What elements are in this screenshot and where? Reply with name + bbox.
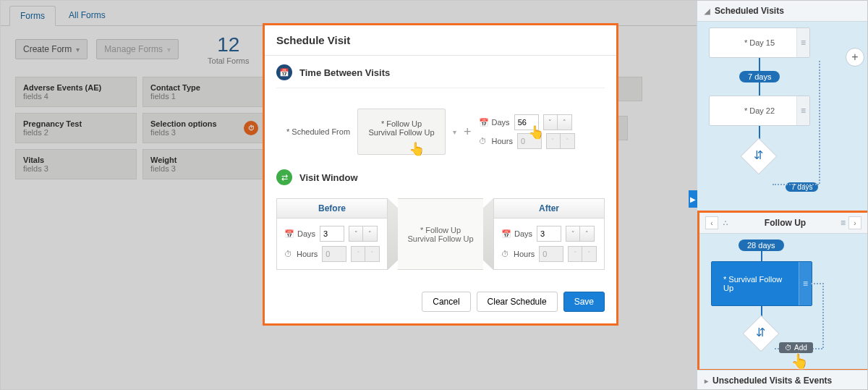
panel-expand-tab[interactable]: ▶ [689,190,697,208]
days-step-down[interactable]: ˅ [543,114,558,130]
visit-card-label: * Day 15 [744,38,775,47]
scheduled-from-line2: Survival Follow Up [365,128,438,137]
menu-icon[interactable]: ≡ [841,218,846,228]
manage-forms-label: Manage Forms [104,44,163,54]
before-hours-input [322,246,346,262]
visit-card-day15[interactable]: * Day 15 ≡ [709,27,810,58]
days-input[interactable] [514,114,539,130]
scheduled-from-select[interactable]: * Follow Up Survival Follow Up 👆 [357,109,446,155]
branch-node[interactable]: ⇵ [741,138,778,175]
dashed-connector [819,61,820,184]
calendar-small-icon: 📅 [479,118,488,127]
scheduled-from-label: * Scheduled From [286,127,350,136]
section-title: Time Between Visits [299,67,390,78]
cursor-hand-icon: 👆 [409,141,425,157]
status-badge-icon: ⏱ [244,121,258,135]
form-card[interactable]: Pregnancy Test fields 2 [15,113,137,143]
form-card[interactable]: Weight fields 3 [142,149,264,179]
follow-up-header: ‹ ⛬ Follow Up ≡ › [699,213,867,234]
manage-forms-button[interactable]: Manage Forms ▾ [96,39,179,59]
form-card[interactable]: Contact Type fields 1 [142,77,264,107]
right-panel: ◢ Scheduled Visits + * Day 15 ≡ 7 days *… [697,1,868,390]
clock-icon: ⏱ [284,250,292,258]
add-visit-button[interactable]: + [846,48,864,67]
form-card-sub: fields 2 [23,128,129,137]
chevron-down-icon: ▾ [76,46,80,54]
after-hours-input [539,246,563,262]
after-days-input[interactable] [537,226,561,242]
visit-card-day22[interactable]: * Day 22 ≡ [709,96,810,126]
form-card-sub: fields 4 [23,92,129,101]
scheduled-visits-title: Scheduled Visits [715,6,784,16]
visit-card-line2: Up [723,284,807,292]
visit-window-before: Before 📅 Days ˅ ˄ ⏱ [276,198,388,270]
clock-icon: ⏱ [785,344,792,352]
hours-step-up: ˄ [561,133,575,149]
scheduled-visits-header[interactable]: ◢ Scheduled Visits [697,1,868,22]
visit-card-label: * Day 22 [744,106,775,115]
form-card-sub: fields 3 [150,128,256,137]
after-hours-up: ˄ [582,246,597,262]
modal-footer: Cancel Clear Schedule Save [265,281,616,323]
visit-window-mid: * Follow Up Survival Follow Up [398,198,482,270]
form-card-title: Contact Type [150,83,256,92]
schedule-visit-modal: Schedule Visit 📅 Time Between Visits * S… [263,23,618,326]
next-button[interactable]: › [848,216,861,229]
before-header: Before [277,199,387,219]
cancel-button[interactable]: Cancel [422,292,470,312]
save-button[interactable]: Save [563,292,605,312]
chevron-down-icon[interactable]: ▾ [453,128,456,136]
add-label: Add [794,344,807,352]
tabs-bar: Forms All Forms [1,1,697,26]
form-card[interactable]: Adverse Events (AE) fields 4 [15,77,137,107]
days-step-up[interactable]: ˄ [558,114,572,130]
after-days-up[interactable]: ˄ [580,226,595,242]
after-days-down[interactable]: ˅ [566,226,580,242]
connector-line [761,251,762,261]
connector-line [759,82,760,96]
scheduled-from-line1: * Follow Up [365,119,438,128]
clock-icon: ⏱ [501,250,509,258]
visit-window-row: Before 📅 Days ˅ ˄ ⏱ [276,198,605,270]
add-badge[interactable]: ⏱Add [779,342,813,353]
dashed-connector [822,283,824,348]
cursor-hand-icon: 👆 [791,352,809,370]
caret-right-icon: ▸ [705,377,708,385]
before-days-up[interactable]: ˄ [363,226,378,242]
forms-count-label: Total Forms [208,56,249,65]
before-days-input[interactable] [320,226,344,242]
days-label: Days [297,229,315,238]
section-visit-window: ⇄ Visit Window Before 📅 Days ˅ ˄ [265,166,616,281]
unscheduled-visits-header[interactable]: ▸ Unscheduled Visits & Events [697,370,868,390]
after-hours-down: ˅ [568,246,582,262]
hours-label: Hours [492,137,513,145]
visit-card-survival[interactable]: * Survival Follow Up ≡ [711,261,812,306]
prev-button[interactable]: ‹ [705,216,718,229]
form-card-sub: fields 3 [150,164,256,173]
follow-up-title: Follow Up [765,218,806,228]
menu-icon[interactable]: ≡ [796,28,809,57]
create-form-button[interactable]: Create Form ▾ [15,39,88,59]
duration-pill-28: 28 days [739,239,784,251]
branch-node[interactable]: ⇵ [743,315,780,352]
calendar-icon: 📅 [276,64,292,80]
menu-icon[interactable]: ≡ [796,96,809,125]
tab-all-forms[interactable]: All Forms [59,6,116,25]
visit-window-after: After 📅 Days ˅ ˄ ⏱ [493,198,605,270]
before-days-down[interactable]: ˅ [349,226,363,242]
form-card-title: Weight [150,156,256,164]
before-hours-up: ˄ [365,246,380,262]
scheduled-from-row: * Scheduled From * Follow Up Survival Fo… [276,94,605,155]
section-title: Visit Window [299,172,358,183]
duration-pill-7: 7 days [739,71,780,82]
hierarchy-icon: ⛬ [721,218,730,228]
clear-schedule-button[interactable]: Clear Schedule [477,292,558,312]
unscheduled-visits-title: Unscheduled Visits & Events [712,376,832,386]
mid-line2: Survival Follow Up [407,234,473,243]
menu-icon[interactable]: ≡ [799,262,812,305]
trapezoid-right [483,198,493,270]
form-card[interactable]: Vitals fields 3 [15,149,137,179]
plus-icon: + [464,124,472,140]
create-form-label: Create Form [23,44,72,54]
tab-forms[interactable]: Forms [9,6,56,26]
